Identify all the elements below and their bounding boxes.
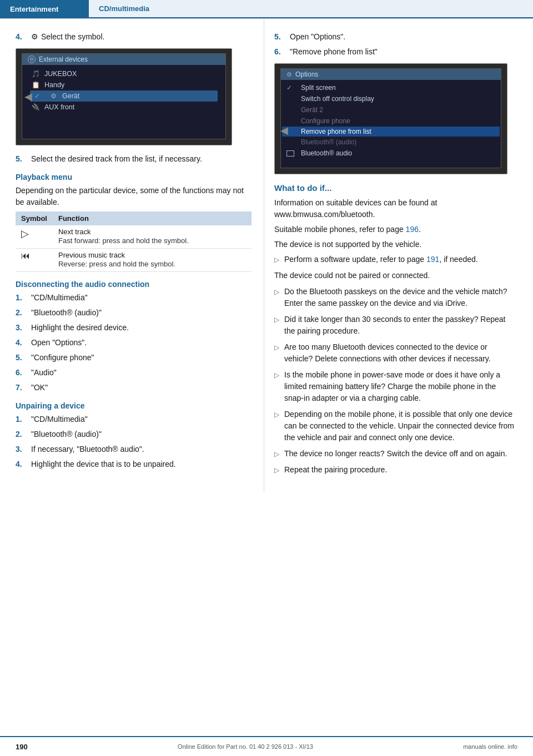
options-item-switch: Switch off control display xyxy=(286,93,495,104)
disconnect-step-6: 6. "Audio" xyxy=(16,367,252,379)
bullet-3-text: Do the Bluetooth passkeys on the device … xyxy=(284,286,517,309)
ds4-text: Open "Options". xyxy=(31,337,87,349)
footer: 190 Online Edition for Part no. 01 40 2 … xyxy=(0,736,533,756)
what-para2-text: Suitable mobile phones, refer to page xyxy=(274,225,404,234)
remove-label: Remove phone from list xyxy=(301,128,371,135)
options-title-bar: ⚙ Options xyxy=(281,69,501,80)
bullet-1-arrow: ▷ xyxy=(274,254,284,265)
aux-label: AUX front xyxy=(44,103,74,111)
device-title-bar: ⚙ External devices xyxy=(22,54,225,65)
bullet-4-text: Did it take longer than 30 seconds to en… xyxy=(284,314,517,337)
bt-audio2-label: Bluetooth® audio xyxy=(301,149,352,157)
bt-audio2-check xyxy=(286,150,294,157)
ds3-num: 3. xyxy=(16,322,31,334)
r-step5-text: Open "Options". xyxy=(290,31,345,43)
configure-label: Configure phone xyxy=(301,117,350,125)
step-5-left-num: 5. xyxy=(16,153,31,165)
device-list-item-selected: ✓ ⚙ Gerät xyxy=(30,90,218,102)
ds2-text: "Bluetooth® (audio)" xyxy=(31,307,102,319)
what-para1: Information on suitable devices can be f… xyxy=(274,197,517,220)
us1-text: "CD/Multimedia" xyxy=(31,414,88,425)
footer-center-text: Online Edition for Part no. 01 40 2 926 … xyxy=(178,743,313,750)
tab-cdmultimedia[interactable]: CD/multimedia xyxy=(89,0,533,18)
what-para2: Suitable mobile phones, refer to page 19… xyxy=(274,224,517,235)
ds1-text: "CD/Multimedia" xyxy=(31,292,88,304)
handy-label: Handy xyxy=(44,81,64,89)
what-para2-link[interactable]: 196 xyxy=(406,225,419,234)
unpair-step-2: 2. "Bluetooth® (audio)" xyxy=(16,429,252,440)
bullet-4: ▷ Did it take longer than 30 seconds to … xyxy=(274,314,517,337)
split-check: ✓ xyxy=(286,84,294,92)
playback-heading: Playback menu xyxy=(16,173,252,182)
step-4: 4. ⚙ Select the symbol. xyxy=(16,31,252,43)
r-step6-num: 6. xyxy=(274,46,290,58)
device-screenshot: ⚙ External devices ◀ 🎵 JUKEBOX 📋 Handy xyxy=(16,48,232,145)
disconnect-step-1: 1. "CD/Multimedia" xyxy=(16,292,252,304)
disconnect-step-5: 5. "Configure phone" xyxy=(16,352,252,364)
options-nav-arrow: ◀ xyxy=(280,124,288,137)
us2-text: "Bluetooth® (audio)" xyxy=(31,429,102,440)
ds5-text: "Configure phone" xyxy=(31,352,94,364)
bullet-1-post: , if needed. xyxy=(439,255,477,264)
jukebox-icon: 🎵 xyxy=(31,70,40,78)
bullet-7-text: Depending on the mobile phone, it is pos… xyxy=(284,409,517,443)
bullet-1-pre: Perform a software update, refer to page xyxy=(284,255,426,264)
ds1-num: 1. xyxy=(16,292,31,304)
bullet-3-arrow: ▷ xyxy=(274,286,284,309)
device-list-item: 🎵 JUKEBOX xyxy=(31,68,217,79)
func-next: Next track Fast forward: press and hold … xyxy=(53,225,252,249)
disconnect-step-4: 4. Open "Options". xyxy=(16,337,252,349)
options-item-bt-audio2: Bluetooth® audio xyxy=(286,148,495,159)
gerat-icon: ⚙ xyxy=(49,92,58,100)
us1-num: 1. xyxy=(16,414,31,425)
bt-audio-label: Bluetooth® (audio) xyxy=(301,138,356,146)
split-label: Split screen xyxy=(301,84,336,92)
ds7-num: 7. xyxy=(16,382,31,394)
ds6-num: 6. xyxy=(16,367,31,379)
what-para3: The device is not supported by the vehic… xyxy=(274,239,517,250)
disconnect-step-2: 2. "Bluetooth® (audio)" xyxy=(16,307,252,319)
options-list: ✓ Split screen Switch off control displa… xyxy=(281,80,501,161)
bullet-6-text: Is the mobile phone in power-save mode o… xyxy=(284,369,517,404)
options-item-configure: Configure phone xyxy=(286,115,495,127)
step-4-num: 4. xyxy=(16,31,31,43)
header: Entertainment CD/multimedia xyxy=(0,0,533,19)
tab-cdmultimedia-label: CD/multimedia xyxy=(99,4,149,13)
bullet-8-arrow: ▷ xyxy=(274,448,284,460)
bullet-9: ▷ Repeat the pairing procedure. xyxy=(274,464,517,476)
playback-para: Depending on the particular device, some… xyxy=(16,185,252,208)
bullet-5: ▷ Are too many Bluetooth devices connect… xyxy=(274,341,517,365)
tab-entertainment-label: Entertainment xyxy=(10,5,58,13)
device-inner: ⚙ External devices ◀ 🎵 JUKEBOX 📋 Handy xyxy=(22,53,226,139)
device-list-item: 📋 Handy xyxy=(31,79,217,90)
bullet-1-link[interactable]: 191 xyxy=(426,255,439,264)
bullet-1: ▷ Perform a software update, refer to pa… xyxy=(274,254,517,265)
main-content: 4. ⚙ Select the symbol. ⚙ External devic… xyxy=(0,19,533,492)
options-screenshot: ⚙ Options ◀ ✓ Split screen Switch off co… xyxy=(274,63,507,174)
us3-text: If necessary, "Bluetooth® audio". xyxy=(31,443,144,455)
ds5-num: 5. xyxy=(16,352,31,364)
symbol-next: ▷ xyxy=(16,225,53,249)
options-title-icon: ⚙ xyxy=(286,71,292,78)
r-step5-num: 5. xyxy=(274,31,290,43)
table-row: ▷ Next track Fast forward: press and hol… xyxy=(16,225,252,249)
options-inner: ⚙ Options ◀ ✓ Split screen Switch off co… xyxy=(280,68,501,168)
gerat-check: ✓ xyxy=(34,92,42,100)
tab-entertainment[interactable]: Entertainment xyxy=(0,0,89,18)
bullet-1-text: Perform a software update, refer to page… xyxy=(284,254,478,265)
table-header-function: Function xyxy=(53,211,252,225)
left-column: 4. ⚙ Select the symbol. ⚙ External devic… xyxy=(0,19,264,492)
ds2-num: 2. xyxy=(16,307,31,319)
step-5-left: 5. Select the desired track from the lis… xyxy=(16,153,252,165)
ds7-text: "OK" xyxy=(31,382,48,394)
device-list: 🎵 JUKEBOX 📋 Handy ✓ ⚙ Gerät 🔌 AUX f xyxy=(22,65,225,116)
unpair-step-1: 1. "CD/Multimedia" xyxy=(16,414,252,425)
us3-num: 3. xyxy=(16,443,31,455)
aux-icon: 🔌 xyxy=(31,103,40,111)
table-row: ⏮ Previous music track Reverse: press an… xyxy=(16,249,252,272)
gerat-label: Gerät xyxy=(62,92,79,100)
ds3-text: Highlight the desired device. xyxy=(31,322,129,334)
bullet-6: ▷ Is the mobile phone in power-save mode… xyxy=(274,369,517,404)
func-prev: Previous music track Reverse: press and … xyxy=(53,249,252,272)
function-table: Symbol Function ▷ Next track Fast forwar… xyxy=(16,211,252,272)
